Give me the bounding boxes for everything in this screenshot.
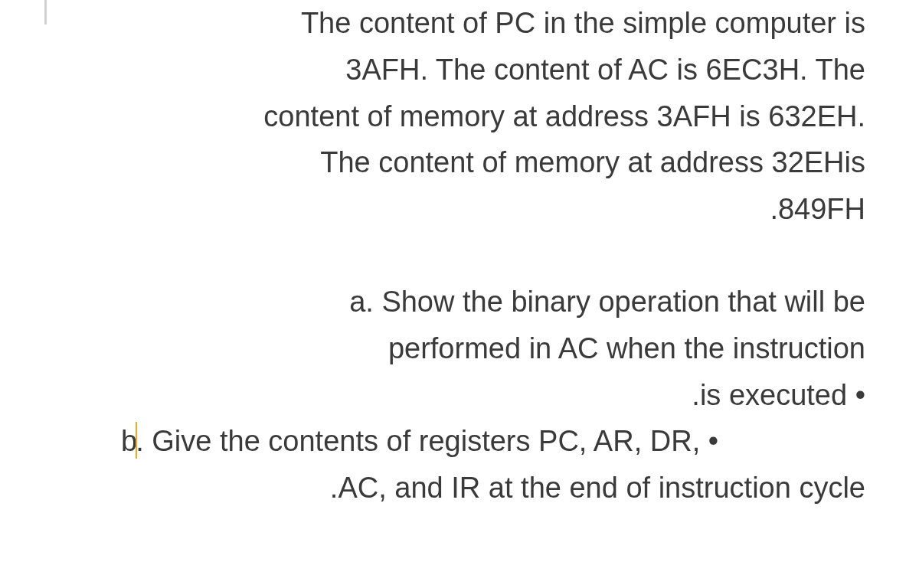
- text-line: a. Show the binary operation that will b…: [54, 279, 865, 325]
- text-line: .is executed •: [54, 372, 865, 419]
- text-line: 3AFH. The content of AC is 6EC3H. The: [54, 47, 865, 93]
- text-line: content of memory at address 3AFH is 632…: [54, 93, 865, 140]
- text-line: performed in AC when the instruction: [54, 325, 865, 372]
- text-line: The content of PC in the simple computer…: [54, 0, 865, 47]
- text-segment: . Give the contents of registers PC, AR,…: [136, 425, 718, 457]
- question-b-block: b. Give the contents of registers PC, AR…: [54, 418, 865, 511]
- text-line: .AC, and IR at the end of instruction cy…: [54, 465, 865, 511]
- left-border-decoration: [44, 0, 47, 24]
- text-line: The content of memory at address 32EHis: [54, 139, 865, 186]
- problem-statement: The content of PC in the simple computer…: [54, 0, 865, 233]
- document-content: The content of PC in the simple computer…: [0, 0, 919, 511]
- text-cursor: [136, 422, 137, 459]
- question-a-block: a. Show the binary operation that will b…: [54, 279, 865, 418]
- text-line[interactable]: b. Give the contents of registers PC, AR…: [54, 418, 865, 465]
- text-line: .849FH: [54, 186, 865, 233]
- question-b-label: b: [121, 425, 137, 457]
